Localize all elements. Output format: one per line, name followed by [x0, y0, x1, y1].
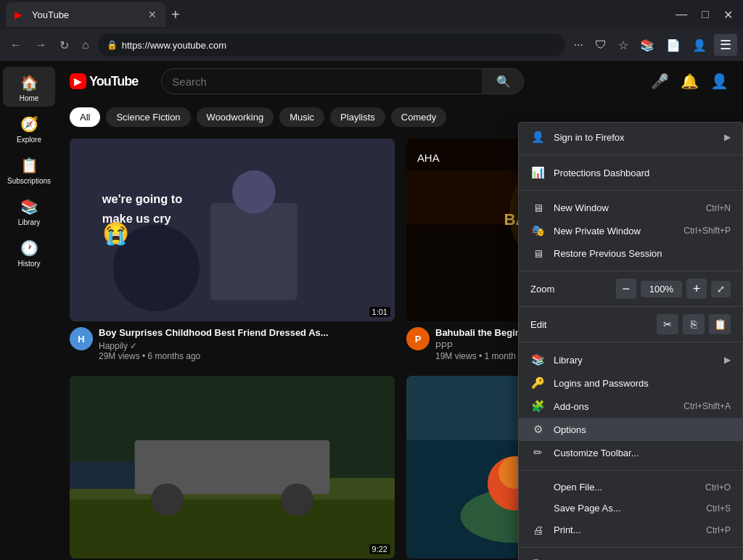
pocket-icon[interactable]: 🛡 — [591, 36, 611, 54]
url-text: https://www.youtube.com — [122, 40, 557, 51]
new-tab-button[interactable]: + — [165, 7, 186, 23]
yt-search-bar — [161, 68, 483, 94]
menu-item-addons[interactable]: 🧩 Add-ons Ctrl+Shift+A — [519, 395, 742, 418]
menu-divider-5 — [519, 342, 742, 342]
menu-divider-7 — [519, 547, 742, 548]
chip-music[interactable]: Music — [279, 107, 324, 127]
menu-section-tools: 📚 Library ▶ 🔑 Logins and Passwords 🧩 Add… — [519, 345, 742, 467]
chip-comedy[interactable]: Comedy — [391, 107, 446, 127]
copy-button[interactable]: ⎘ — [683, 314, 705, 334]
menu-item-library[interactable]: 📚 Library ▶ — [519, 348, 742, 371]
menu-item-customize[interactable]: ✏ Customize Toolbar... — [519, 441, 742, 464]
zoom-value: 100% — [641, 281, 682, 297]
logins-label: Logins and Passwords — [554, 378, 731, 389]
menu-divider-2 — [519, 190, 742, 191]
svg-rect-15 — [70, 494, 395, 559]
paste-button[interactable]: 📋 — [709, 314, 731, 334]
menu-item-options[interactable]: ⚙ Options — [519, 418, 742, 441]
zoom-out-button[interactable]: − — [616, 279, 636, 299]
menu-item-new-private[interactable]: 🎭 New Private Window Ctrl+Shift+P — [519, 219, 742, 242]
video-meta-1: Boy Surprises Childhood Best Friend Dres… — [99, 327, 395, 361]
save-page-shortcut: Ctrl+S — [706, 503, 731, 514]
firefox-menu-button[interactable]: ☰ — [714, 34, 737, 56]
yt-logo[interactable]: ▶ YouTube — [70, 73, 138, 89]
video-title-1: Boy Surprises Childhood Best Friend Dres… — [99, 327, 395, 339]
addons-icon: 🧩 — [530, 400, 545, 413]
menu-item-sign-in[interactable]: 👤 Sign in to Firefox ▶ — [519, 125, 742, 149]
account-icon[interactable]: 👤 — [688, 36, 711, 55]
url-bar[interactable]: 🔒 https://www.youtube.com — [98, 33, 565, 57]
maximize-button[interactable]: □ — [697, 7, 713, 22]
yt-search-button[interactable]: 🔍 — [483, 68, 524, 94]
save-page-label: Save Page As... — [554, 503, 697, 514]
security-icon: 🔒 — [107, 40, 118, 50]
customize-label: Customize Toolbar... — [554, 448, 731, 458]
home-button[interactable]: ⌂ — [78, 36, 94, 54]
refresh-button[interactable]: ↻ — [55, 36, 73, 55]
yt-search-input[interactable] — [162, 75, 483, 88]
home-icon: 🏠 — [20, 74, 38, 91]
menu-divider-1 — [519, 155, 742, 155]
new-window-label: New Window — [554, 202, 697, 213]
bookmarks-library-icon[interactable]: 📚 — [636, 36, 659, 55]
print-icon: 🖨 — [530, 524, 545, 536]
video-duration-3: 9:22 — [369, 544, 390, 554]
bookmark-icon[interactable]: ☆ — [614, 36, 633, 55]
video-channel-1: Happily ✓ — [99, 341, 395, 351]
chip-science-fiction[interactable]: Science Fiction — [106, 107, 190, 127]
back-button[interactable]: ← — [6, 36, 26, 54]
svg-point-19 — [281, 483, 313, 516]
sidebar-history-label: History — [17, 260, 40, 268]
svg-text:we're going to: we're going to — [102, 192, 183, 205]
cut-button[interactable]: ✂ — [657, 314, 678, 334]
menu-item-open-file[interactable]: Open File... Ctrl+O — [519, 477, 742, 498]
zoom-in-button[interactable]: + — [686, 279, 707, 299]
zoom-fullscreen-button[interactable]: ⤢ — [711, 281, 731, 297]
more-options-icon[interactable]: ··· — [570, 36, 588, 54]
video-card-3[interactable]: 9:22 S Intense High Speed Sheriff Pursui… — [70, 376, 395, 560]
tab-bar: ▶ YouTube ✕ + — [6, 2, 668, 27]
subscriptions-icon: 📋 — [20, 157, 38, 174]
close-button[interactable]: ✕ — [719, 7, 737, 23]
video-card-1[interactable]: we're going to make us cry 😭 1:01 H Boy … — [70, 139, 395, 364]
new-private-icon: 🎭 — [530, 224, 545, 237]
customize-icon: ✏ — [530, 446, 545, 459]
protections-icon: 📊 — [530, 166, 545, 179]
menu-item-protections[interactable]: 📊 Protections Dashboard — [519, 161, 742, 184]
menu-item-save-page[interactable]: Save Page As... Ctrl+S — [519, 498, 742, 519]
new-private-shortcut: Ctrl+Shift+P — [684, 226, 731, 236]
tab-youtube[interactable]: ▶ YouTube ✕ — [6, 2, 165, 27]
chip-woodworking[interactable]: Woodworking — [197, 107, 274, 127]
sign-in-label: Sign in to Firefox — [554, 132, 715, 143]
yt-logo-icon: ▶ — [70, 73, 86, 89]
menu-item-print[interactable]: 🖨 Print... Ctrl+P — [519, 519, 742, 541]
sidebar-item-explore[interactable]: 🧭 Explore — [3, 108, 55, 148]
notifications-icon[interactable]: 🔔 — [678, 70, 702, 93]
tab-close-button[interactable]: ✕ — [148, 9, 157, 20]
menu-item-new-window[interactable]: 🖥 New Window Ctrl+N — [519, 197, 742, 219]
svg-rect-20 — [70, 461, 135, 488]
chip-all[interactable]: All — [70, 107, 100, 127]
minimize-button[interactable]: — — [671, 7, 691, 22]
menu-item-find[interactable]: 🔍 Find in This Page... Ctrl+F — [519, 553, 742, 560]
account-avatar[interactable]: 👤 — [707, 70, 731, 93]
sidebar-item-subscriptions[interactable]: 📋 Subscriptions — [3, 149, 55, 189]
video-thumb-1: we're going to make us cry 😭 1:01 — [70, 139, 395, 321]
history-icon: 🕐 — [20, 239, 38, 257]
menu-item-logins[interactable]: 🔑 Logins and Passwords — [519, 371, 742, 395]
chip-playlists[interactable]: Playlists — [330, 107, 385, 127]
library-arrow: ▶ — [724, 355, 731, 365]
reader-mode-icon[interactable]: 📄 — [662, 36, 685, 55]
yt-header: ▶ YouTube 🔍 🎤 🔔 👤 — [58, 61, 743, 102]
yt-header-right: 🎤 🔔 👤 — [648, 70, 731, 93]
zoom-label: Zoom — [530, 284, 616, 295]
forward-button[interactable]: → — [30, 36, 51, 54]
mic-icon[interactable]: 🎤 — [648, 70, 672, 93]
sidebar-item-history[interactable]: 🕐 History — [3, 232, 55, 272]
menu-item-restore-session[interactable]: 🖥 Restore Previous Session — [519, 242, 742, 265]
edit-icons: ✂ ⎘ 📋 — [657, 314, 731, 334]
sidebar-item-library[interactable]: 📚 Library — [3, 191, 55, 231]
window-controls: — □ ✕ — [671, 7, 737, 23]
options-label: Options — [554, 424, 731, 435]
sidebar-item-home[interactable]: 🏠 Home — [3, 67, 55, 107]
